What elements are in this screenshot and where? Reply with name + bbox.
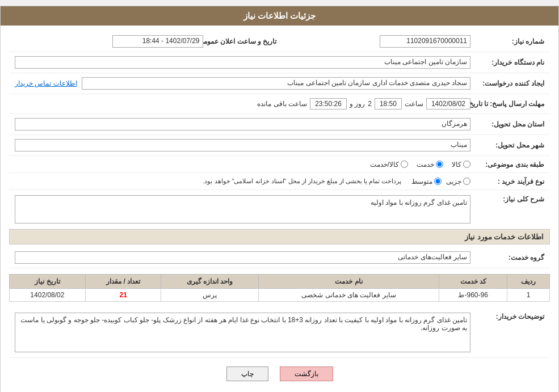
- col-nam-khedmat: نام خدمت: [258, 275, 439, 289]
- ijad-konande-value: سجاد حیدری متصدی خدمات اداری سازمان تامی…: [12, 75, 473, 92]
- countdown-field: 23:50:26: [310, 98, 347, 109]
- mohlat-ersal-label: مهلت ارسال پاسخ: تا تاریخ:: [473, 98, 547, 110]
- cell-tarikh: 1402/08/02: [10, 289, 86, 302]
- ostan-value: هرمزگان: [12, 116, 473, 133]
- table-header: ردیف کد خدمت نام خدمت واحد اندازه گیری ت…: [10, 275, 550, 289]
- content-area: شماره نیاز: 1102091670000011 تاریخ و ساع…: [1, 26, 558, 392]
- buttons-row: بازگشت چاپ: [9, 366, 550, 381]
- noe-farayand-group: جزیی متوسط پرداخت تمام یا بخشی از مبلغ خ…: [15, 178, 470, 186]
- shomara-niaz-field: 1102091670000011: [380, 35, 470, 48]
- col-radif: ردیف: [507, 275, 550, 289]
- farayand-jozi-label: جزیی: [446, 178, 461, 186]
- tarikh-aalan-value: 1402/07/29 - 18:44: [12, 33, 206, 50]
- noe-farayand-note: پرداخت تمام یا بخشی از مبلغ خریدار از مح…: [203, 178, 401, 185]
- shahr-value: میناب: [12, 137, 473, 154]
- service-info-section-title: اطلاعات خدمات مورد نیاز: [9, 229, 550, 245]
- sharh-label: شرح کلی نیاز:: [473, 193, 547, 205]
- tabaqe-kala-khedmat-item[interactable]: کالا/خدمت: [370, 161, 408, 168]
- row-service-group: گروه خدمت: سایر فعالیت‌های خدماتی: [9, 247, 550, 268]
- farayand-jozi-radio[interactable]: [463, 178, 470, 185]
- tabaqe-label: طبقه بندی موضوعی:: [473, 158, 547, 171]
- tabaqe-kala-radio[interactable]: [463, 161, 470, 168]
- noe-farayand-label: نوع فرآیند خرید :: [473, 175, 547, 188]
- row-ijad-konande: ایجاد کننده درخواست: سجاد حیدری متصدی خد…: [9, 73, 550, 94]
- table-row: 1 960-96-ط سایر فعالیت های خدماتی شخصی پ…: [10, 289, 550, 302]
- ijad-konande-label: ایجاد کننده درخواست:: [473, 77, 547, 90]
- page-header: جزئیات اطلاعات نیاز: [1, 6, 558, 26]
- service-group-label: گروه خدمت:: [473, 251, 547, 264]
- farayand-jozi-item[interactable]: جزیی: [446, 178, 470, 186]
- col-vahed: واحد اندازه گیری: [161, 275, 258, 289]
- tabaqe-kala-item[interactable]: کالا: [452, 161, 470, 168]
- row-shomara: شماره نیاز: 1102091670000011 تاریخ و ساع…: [9, 31, 550, 52]
- countdown-label: ساعت باقی مانده: [257, 100, 307, 108]
- back-button[interactable]: بازگشت: [280, 366, 333, 381]
- tedaad-value: 21: [119, 291, 127, 299]
- service-group-field: سایر فعالیت‌های خدماتی: [15, 251, 470, 264]
- saat-field: 18:50: [375, 98, 402, 109]
- tabaqe-kala-label: کالا: [452, 161, 461, 168]
- noe-farayand-options: جزیی متوسط پرداخت تمام یا بخشی از مبلغ خ…: [12, 175, 473, 188]
- cell-radif: 1: [507, 289, 550, 302]
- ijad-konande-field: سجاد حیدری متصدی خدمات اداری سازمان تامی…: [82, 77, 470, 90]
- tabaqe-kala-khedmat-label: کالا/خدمت: [370, 161, 399, 168]
- nam-dastgah-field: سازمان تامین اجتماعی میناب: [15, 56, 470, 69]
- tarikh-row: 1402/08/02 ساعت 18:50 2 روز و 23:50:26 س…: [15, 98, 470, 109]
- tabaqe-kala-khedmat-radio[interactable]: [401, 161, 408, 168]
- row-nam-dastgah: نام دستگاه خریدار: سازمان تامین اجتماعی …: [9, 52, 550, 73]
- row-ostan: استان محل تحویل: هرمزگان: [9, 114, 550, 135]
- description-field: تامین غذای گرم روزانه با مواد اولیه با ک…: [15, 313, 470, 352]
- rooz-label: روز و: [350, 100, 365, 108]
- farayand-motavasset-radio[interactable]: [434, 178, 442, 185]
- tabaqe-options: کالا خدمت کالا/خدمت: [12, 158, 473, 171]
- nam-dastgah-label: نام دستگاه خریدار:: [473, 56, 547, 69]
- row-description: توضیحات خریدار: تامین غذای گرم روزانه با…: [9, 307, 550, 358]
- cell-nam-khedmat: سایر فعالیت های خدماتی شخصی: [258, 289, 439, 302]
- row-noe-farayand: نوع فرآیند خرید : جزیی متوسط پرداخت تمام…: [9, 173, 550, 190]
- col-kod-khedmat: کد خدمت: [439, 275, 507, 289]
- sharh-field: تامین غذای گرم روزانه با مواد اولیه: [15, 195, 470, 224]
- row-sharh: شرح کلی نیاز: تامین غذای گرم روزانه با م…: [9, 190, 550, 229]
- row-shahr: شهر محل تحویل: میناب: [9, 135, 550, 156]
- farayand-motavasset-label: متوسط: [411, 178, 432, 186]
- tabaqe-radio-group: کالا خدمت کالا/خدمت: [15, 161, 470, 168]
- cell-tedaad: 21: [85, 289, 161, 302]
- cell-vahed: پرس: [161, 289, 258, 302]
- saat-label: ساعت: [405, 100, 423, 108]
- rooz-value: 2: [368, 100, 372, 108]
- description-value: تامین غذای گرم روزانه با مواد اولیه با ک…: [12, 310, 473, 355]
- sharh-value: تامین غذای گرم روزانه با مواد اولیه: [12, 193, 473, 226]
- description-label: توضیحات خریدار:: [473, 310, 547, 323]
- cell-kod-khedmat: 960-96-ط: [439, 289, 507, 302]
- page-container: جزئیات اطلاعات نیاز شماره نیاز: 11020916…: [0, 6, 559, 392]
- farayand-motavasset-item[interactable]: متوسط: [411, 178, 442, 186]
- service-group-value: سایر فعالیت‌های خدماتی: [12, 249, 473, 266]
- shomara-niaz-label: شماره نیاز:: [473, 35, 547, 48]
- ostan-label: استان محل تحویل:: [473, 118, 547, 130]
- shomara-niaz-value: 1102091670000011: [280, 33, 474, 50]
- mohlat-ersal-value: 1402/08/02 ساعت 18:50 2 روز و 23:50:26 س…: [12, 96, 473, 112]
- nam-dastgah-value: سازمان تامین اجتماعی میناب: [12, 54, 473, 71]
- table-body: 1 960-96-ط سایر فعالیت های خدماتی شخصی پ…: [10, 289, 550, 302]
- row-mohlat: مهلت ارسال پاسخ: تا تاریخ: 1402/08/02 سا…: [9, 94, 550, 114]
- tamas-khardar-link[interactable]: اطلاعات تماس خریدار: [15, 79, 77, 87]
- shahr-field: میناب: [15, 139, 470, 151]
- tabaqe-khedmat-item[interactable]: خدمت: [417, 161, 443, 168]
- date-field: 1402/08/02: [426, 98, 470, 109]
- service-table: ردیف کد خدمت نام خدمت واحد اندازه گیری ت…: [9, 274, 550, 302]
- shahr-label: شهر محل تحویل:: [473, 139, 547, 151]
- table-header-row: ردیف کد خدمت نام خدمت واحد اندازه گیری ت…: [10, 275, 550, 289]
- page-title: جزئیات اطلاعات نیاز: [243, 11, 316, 20]
- tabaqe-khedmat-label: خدمت: [417, 161, 434, 168]
- tarikh-aalan-label: تاریخ و ساعت اعلان عمومی:: [206, 35, 280, 48]
- service-table-section: ردیف کد خدمت نام خدمت واحد اندازه گیری ت…: [9, 274, 550, 302]
- col-tarikh: تاریخ نیاز: [10, 275, 86, 289]
- row-tabaqe: طبقه بندی موضوعی: کالا خدمت کالا/خدمت: [9, 156, 550, 173]
- col-tedaad: تعداد / مقدار: [85, 275, 161, 289]
- tabaqe-khedmat-radio[interactable]: [436, 161, 443, 168]
- print-button[interactable]: چاپ: [226, 366, 268, 381]
- tarikh-aalan-field: 1402/07/29 - 18:44: [112, 35, 203, 48]
- ostan-field: هرمزگان: [15, 118, 470, 130]
